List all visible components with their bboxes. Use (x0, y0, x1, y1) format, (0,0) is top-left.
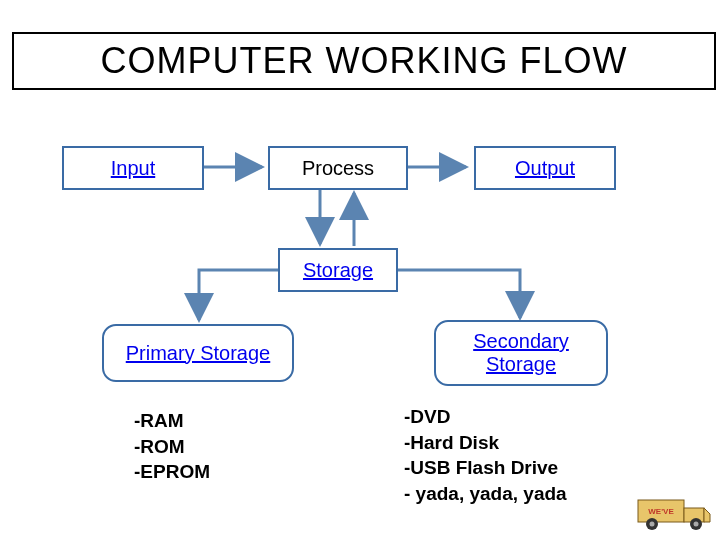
svg-point-7 (650, 522, 655, 527)
svg-point-9 (694, 522, 699, 527)
list-item: EPROM (134, 459, 210, 485)
title-container: COMPUTER WORKING FLOW (12, 32, 716, 90)
list-item: yada, yada, yada (404, 481, 567, 507)
node-output[interactable]: Output (474, 146, 616, 190)
list-item: ROM (134, 434, 210, 460)
page-title: COMPUTER WORKING FLOW (101, 40, 628, 82)
node-secondary-storage[interactable]: Secondary Storage (434, 320, 608, 386)
secondary-list: DVD Hard Disk USB Flash Drive yada, yada… (404, 404, 567, 507)
node-storage[interactable]: Storage (278, 248, 398, 292)
primary-list: RAM ROM EPROM (134, 408, 210, 485)
list-item: USB Flash Drive (404, 455, 567, 481)
list-item: RAM (134, 408, 210, 434)
list-item: Hard Disk (404, 430, 567, 456)
list-item: DVD (404, 404, 567, 430)
moving-truck-icon: WE'VE (636, 486, 716, 534)
truck-label: WE'VE (648, 507, 674, 516)
node-input[interactable]: Input (62, 146, 204, 190)
node-process: Process (268, 146, 408, 190)
node-primary-storage[interactable]: Primary Storage (102, 324, 294, 382)
